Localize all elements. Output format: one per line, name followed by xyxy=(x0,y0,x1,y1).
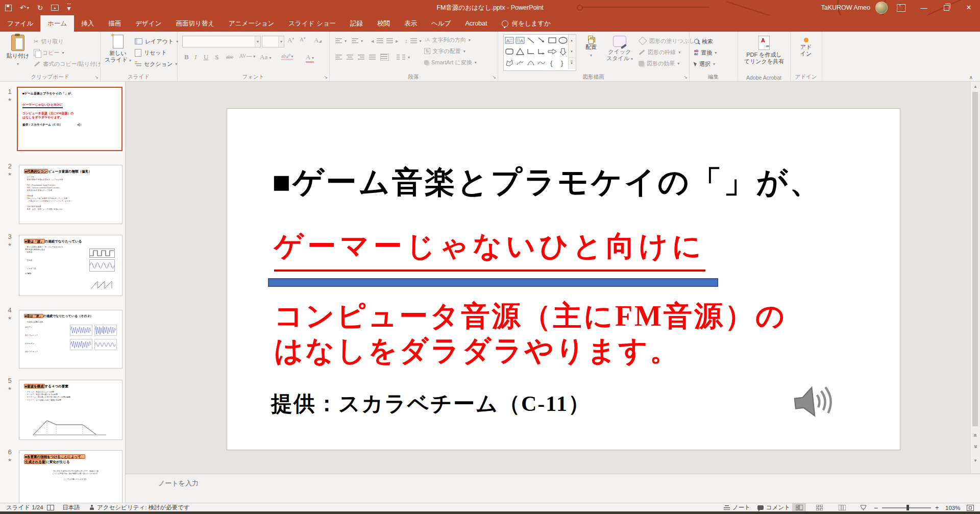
slide-red-paragraph-text[interactable]: コンピュータ音源（主にFM音源）の はなしをダラダラやります。 xyxy=(274,299,787,368)
shape-textbox-icon[interactable]: A xyxy=(505,37,514,44)
drawing-dialog-launcher-icon[interactable]: ↘ xyxy=(683,75,688,80)
blue-divider-bar[interactable] xyxy=(268,278,718,287)
account-user-name[interactable]: TaKUROW Ameo xyxy=(821,4,870,11)
scrollbar-down-icon[interactable]: ▼ xyxy=(971,458,980,463)
tab-review[interactable]: 校閲 xyxy=(370,15,397,32)
slide-canvas[interactable]: ■ゲーム音楽とプラモケイの「」が、 ゲーマーじゃないひと向けに コンピュータ音源… xyxy=(227,108,900,450)
view-slide-sorter-button[interactable] xyxy=(813,503,826,512)
shape-arc-icon[interactable] xyxy=(527,59,535,66)
animation-star-icon[interactable]: ★ xyxy=(4,242,15,247)
comments-toggle-button[interactable]: コメント xyxy=(757,503,790,512)
shape-line-icon[interactable] xyxy=(527,37,535,44)
notes-toggle-button[interactable]: ノート xyxy=(724,503,750,512)
shape-oval-icon[interactable] xyxy=(558,37,568,44)
shape-vertical-textbox-icon[interactable]: A xyxy=(516,37,525,44)
tab-slideshow[interactable]: スライド ショー xyxy=(281,15,343,32)
animation-star-icon[interactable]: ★ xyxy=(4,457,15,462)
customize-qat-icon[interactable]: ▾ xyxy=(67,4,70,12)
thumbnail-slide-1[interactable]: ■ゲーム音楽とプラモケイの「」が、 ゲーマーじゃないひと向けに コンピュータ音源… xyxy=(17,87,122,151)
zoom-slider-thumb[interactable] xyxy=(906,505,909,510)
tab-file[interactable]: ファイル xyxy=(0,15,40,32)
addins-button[interactable]: アド イン xyxy=(797,38,815,57)
paste-button[interactable]: 貼り付け▾ xyxy=(6,35,30,67)
shape-elbow-arrow-connector-icon[interactable] xyxy=(537,48,546,55)
reset-button[interactable]: リセット xyxy=(135,47,167,58)
shape-rectangle-icon[interactable] xyxy=(548,37,556,44)
accessibility-status[interactable]: アクセシビリティ: 検討が必要です xyxy=(89,503,190,512)
thumbnail-slide-2[interactable]: ■代表的なコンピュータ音源の種類（偏見） ・ビープ音 本体の回路で音階を表現する… xyxy=(19,165,122,224)
tab-transitions[interactable]: 画面切り替え xyxy=(168,15,222,32)
view-reading-button[interactable] xyxy=(835,503,849,512)
shape-arrow-icon[interactable] xyxy=(537,37,546,44)
start-slideshow-icon[interactable]: ▸ xyxy=(51,5,59,11)
shape-curve-icon[interactable] xyxy=(537,59,546,66)
tab-home[interactable]: ホーム xyxy=(40,15,74,32)
arrange-button[interactable]: 配置▾ xyxy=(579,36,603,59)
shape-elbow-connector-icon[interactable] xyxy=(527,48,535,55)
tell-me-box[interactable]: 何をしますか xyxy=(495,15,558,32)
shape-scribble-icon[interactable] xyxy=(516,59,524,66)
shape-rounded-rectangle-icon[interactable] xyxy=(505,48,513,55)
view-slideshow-button[interactable] xyxy=(856,503,870,512)
quick-styles-button[interactable]: クイック スタイル ▾ xyxy=(606,36,633,62)
find-button[interactable]: 検索 xyxy=(694,36,713,46)
tab-draw[interactable]: 描画 xyxy=(101,15,128,32)
create-pdf-button[interactable]: A∞ PDF を作成し てリンクを共有 xyxy=(744,36,785,65)
shape-right-brace-icon[interactable]: } xyxy=(560,59,566,67)
notes-pane[interactable]: ノートを入力 xyxy=(126,474,980,503)
thumbnail-slide-6[interactable]: ■各要素の強弱をつけることによって、 生成される音に変化が生じる ・音に対する強… xyxy=(19,450,122,503)
zoom-level[interactable]: 103% xyxy=(945,503,960,512)
thumbnail-slide-5[interactable]: ■音波を構成する４つの要素 ・アタック：音波の立ち上がり時間・ディケイ：音波が落… xyxy=(19,380,122,440)
shapes-more-icon[interactable]: ▾ xyxy=(568,57,575,69)
zoom-in-button[interactable]: + xyxy=(935,503,939,512)
minimize-button[interactable]: — xyxy=(913,0,935,15)
section-button[interactable]: セクション▾ xyxy=(135,59,177,69)
collapse-ribbon-icon[interactable]: ∧ xyxy=(969,75,973,80)
notes-placeholder[interactable]: ノートを入力 xyxy=(158,479,199,488)
replace-button[interactable]: abac 置換▾ xyxy=(694,47,717,58)
shape-left-brace-icon[interactable]: { xyxy=(550,59,555,67)
clipboard-dialog-launcher-icon[interactable]: ↘ xyxy=(94,75,99,80)
previous-slide-button[interactable]: « xyxy=(971,432,980,439)
tab-view[interactable]: 表示 xyxy=(397,15,424,32)
proofing-icon[interactable] xyxy=(47,503,54,512)
shape-freeform-icon[interactable] xyxy=(505,59,513,66)
animation-star-icon[interactable]: ★ xyxy=(4,97,15,102)
zoom-slider[interactable] xyxy=(882,507,931,508)
ribbon-display-options-icon[interactable] xyxy=(897,4,905,12)
tab-help[interactable]: ヘルプ xyxy=(424,15,458,32)
save-icon[interactable] xyxy=(5,5,12,11)
shape-right-arrow-icon[interactable] xyxy=(548,48,557,55)
thumbnail-slide-4[interactable]: ■音は「波」の連続でなりたっている（その２） ・代表的な楽器の波形(a)ピアノ(… xyxy=(19,310,122,369)
shapes-gallery[interactable]: A A { } ▴ ▾ ▾ xyxy=(503,34,576,71)
slide-scrollbar[interactable]: ▲ « « ▼ xyxy=(970,82,980,473)
scrollbar-up-icon[interactable]: ▲ xyxy=(971,84,980,89)
tab-acrobat[interactable]: Acrobat xyxy=(458,15,494,32)
avatar[interactable] xyxy=(875,2,888,14)
animation-star-icon[interactable]: ★ xyxy=(4,386,15,391)
select-button[interactable]: 選択▾ xyxy=(694,59,715,69)
animation-star-icon[interactable]: ★ xyxy=(4,315,15,321)
shapes-scroll-down-icon[interactable]: ▾ xyxy=(568,46,575,57)
shapes-scroll-up-icon[interactable]: ▴ xyxy=(568,35,575,46)
undo-icon[interactable]: ↶▾ xyxy=(20,4,29,11)
view-normal-button[interactable] xyxy=(792,503,806,512)
fit-slide-to-window-button[interactable] xyxy=(967,503,974,512)
shape-triangle-icon[interactable] xyxy=(516,48,524,55)
tab-design[interactable]: デザイン xyxy=(128,15,168,32)
restore-button[interactable] xyxy=(935,0,958,15)
scrollbar-thumb[interactable] xyxy=(972,92,978,426)
slide-counter[interactable]: スライド 1/24 xyxy=(6,503,43,512)
font-dialog-launcher-icon[interactable]: ↘ xyxy=(324,75,328,80)
redo-icon[interactable]: ↻ xyxy=(37,4,43,11)
slide-red-heading-text[interactable]: ゲーマーじゃないひと向けに xyxy=(274,227,705,272)
shape-down-arrow-icon[interactable] xyxy=(559,48,567,56)
slide-credit-text[interactable]: 提供：スカラベチーム（C-11） xyxy=(271,389,591,418)
paragraph-dialog-launcher-icon[interactable]: ↘ xyxy=(492,75,496,80)
slide-title-text[interactable]: ■ゲーム音楽とプラモケイの「」が、 xyxy=(272,162,822,203)
thumbnail-slide-3[interactable]: ■音は「波」の連続でなりたっている ・様々な波形の連続が「音」として出力される電… xyxy=(19,235,122,296)
zoom-out-button[interactable]: − xyxy=(874,503,878,512)
tab-insert[interactable]: 挿入 xyxy=(74,15,101,32)
close-button[interactable]: × xyxy=(958,0,980,15)
tab-animations[interactable]: アニメーション xyxy=(222,15,281,32)
